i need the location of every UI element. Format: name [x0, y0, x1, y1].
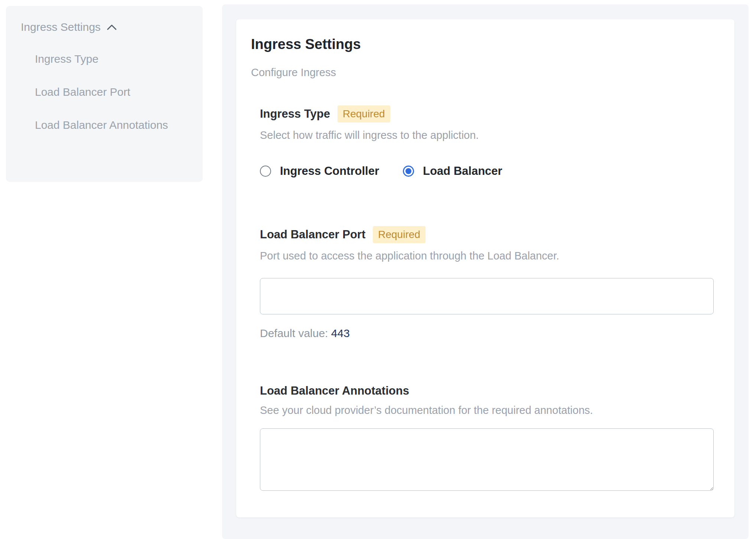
sidebar-item-load-balancer-port[interactable]: Load Balancer Port: [35, 84, 176, 100]
default-value-label: Default value:: [260, 327, 328, 339]
required-badge: Required: [373, 226, 426, 243]
radio-option-load-balancer[interactable]: Load Balancer: [403, 164, 502, 178]
sidebar-group-ingress-settings[interactable]: Ingress Settings: [21, 21, 188, 33]
ingress-type-options: Ingress Controller Load Balancer: [260, 164, 714, 178]
load-balancer-annotations-textarea[interactable]: [260, 428, 714, 491]
sidebar-item-load-balancer-annotations[interactable]: Load Balancer Annotations: [35, 117, 176, 133]
sidebar-group-label: Ingress Settings: [21, 21, 101, 33]
load-balancer-port-help: Port used to access the application thro…: [260, 248, 714, 264]
page-subtitle: Configure Ingress: [251, 66, 714, 79]
load-balancer-annotations-help: See your cloud provider’s documentation …: [260, 403, 714, 418]
chevron-up-icon: [107, 24, 117, 30]
load-balancer-annotations-label: Load Balancer Annotations: [260, 384, 409, 398]
default-value-note: Default value: 443: [260, 327, 714, 340]
config-panel: Ingress Settings Configure Ingress Ingre…: [222, 4, 749, 539]
radio-ingress-controller[interactable]: [260, 166, 271, 177]
load-balancer-port-label: Load Balancer Port: [260, 228, 365, 241]
radio-label: Load Balancer: [423, 164, 502, 178]
sidebar-item-ingress-type[interactable]: Ingress Type: [35, 50, 176, 67]
load-balancer-port-input[interactable]: [260, 278, 714, 314]
page-title: Ingress Settings: [251, 36, 714, 52]
sidebar-items: Ingress Type Load Balancer Port Load Bal…: [35, 50, 188, 133]
config-nav-sidebar: Ingress Settings Ingress Type Load Balan…: [6, 6, 203, 182]
radio-load-balancer[interactable]: [403, 166, 414, 177]
ingress-type-help: Select how traffic will ingress to the a…: [260, 128, 714, 143]
radio-label: Ingress Controller: [280, 164, 379, 178]
required-badge: Required: [338, 105, 390, 122]
ingress-type-label: Ingress Type: [260, 107, 330, 121]
radio-option-ingress-controller[interactable]: Ingress Controller: [260, 164, 379, 178]
field-load-balancer-annotations: Load Balancer Annotations See your cloud…: [260, 384, 714, 491]
ingress-settings-card: Ingress Settings Configure Ingress Ingre…: [236, 19, 734, 517]
field-load-balancer-port: Load Balancer Port Required Port used to…: [260, 226, 714, 340]
default-value: 443: [331, 327, 350, 339]
field-ingress-type: Ingress Type Required Select how traffic…: [260, 105, 714, 178]
